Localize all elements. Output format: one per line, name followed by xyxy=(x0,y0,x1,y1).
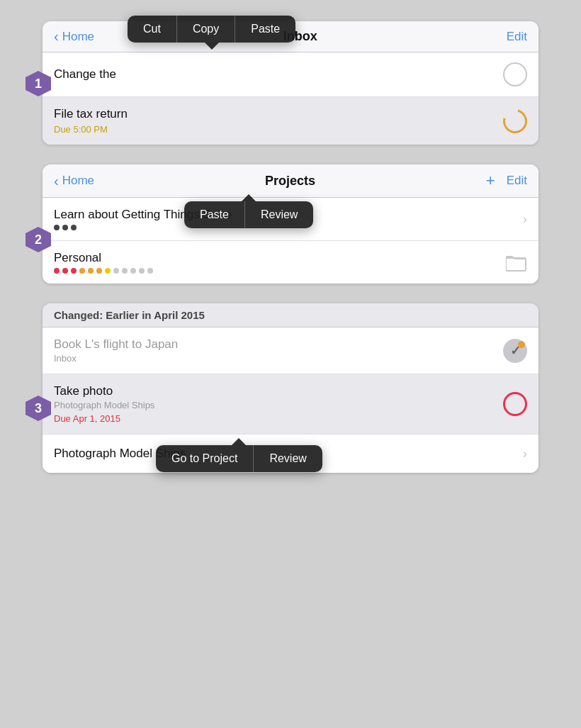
back-chevron-icon-2: ‹ xyxy=(54,173,59,189)
task-circle-2[interactable] xyxy=(499,104,531,137)
inbox-row1-text: Change the xyxy=(54,67,503,82)
inbox-row2-due: Due 5:00 PM xyxy=(54,124,128,135)
nav-title-projects: Projects xyxy=(265,174,315,189)
task-circle-3[interactable] xyxy=(503,392,527,416)
go-to-project-button[interactable]: Go to Project xyxy=(156,445,253,472)
dot-r3 xyxy=(71,268,77,274)
dot-o3 xyxy=(96,268,102,274)
projects-row2-dots xyxy=(54,268,153,274)
nav-edit-button[interactable]: Edit xyxy=(507,30,527,44)
changed-row2-due: Due Apr 1, 2015 xyxy=(54,413,154,424)
dot-o1 xyxy=(79,268,85,274)
review-button-2[interactable]: Review xyxy=(254,445,322,472)
panel-changed: Changed: Earlier in April 2015 Book L's … xyxy=(43,303,538,473)
task-circle-1[interactable] xyxy=(503,62,527,86)
nav-back-home[interactable]: ‹ Home xyxy=(54,28,94,45)
nav-back-label[interactable]: Home xyxy=(62,30,94,44)
section-header: Changed: Earlier in April 2015 xyxy=(43,303,538,327)
changed-row2-content: Take photo Photograph Model Ships Due Ap… xyxy=(54,384,154,424)
cut-copy-paste-menu: Cut Copy Paste xyxy=(128,16,295,43)
changed-row2-sub: Photograph Model Ships xyxy=(54,400,154,410)
paste-button-2[interactable]: Paste xyxy=(184,201,244,228)
nav-bar-projects: ‹ Home Projects + Edit xyxy=(43,164,538,198)
projects-row2-content: Personal xyxy=(54,251,153,274)
go-to-project-review-menu: Go to Project Review xyxy=(156,445,322,472)
dot-1 xyxy=(54,225,60,230)
review-button-1[interactable]: Review xyxy=(245,201,313,228)
panel-projects: ‹ Home Projects + Edit Learn about Getti… xyxy=(43,164,538,284)
nav-plus-button[interactable]: + xyxy=(486,172,495,190)
nav-actions-projects: + Edit xyxy=(486,172,527,190)
chevron-right-icon-1: › xyxy=(523,212,527,227)
changed-row-1[interactable]: Book L's flight to Japan Inbox ✓ xyxy=(43,327,538,374)
dot-3 xyxy=(71,225,77,230)
copy-button[interactable]: Copy xyxy=(177,16,235,43)
nav-edit-button-2[interactable]: Edit xyxy=(507,174,527,188)
dot-g5 xyxy=(147,268,153,274)
inbox-row-1[interactable]: Change the Cut Copy Paste xyxy=(43,52,538,97)
panel-inbox: ‹ Home Inbox Edit Change the Cut Copy Pa… xyxy=(43,21,538,145)
cut-button[interactable]: Cut xyxy=(128,16,176,43)
paste-button[interactable]: Paste xyxy=(235,16,295,43)
projects-row-2[interactable]: Personal Paste xyxy=(43,241,538,284)
dot-g4 xyxy=(139,268,145,274)
dot-y1 xyxy=(105,268,111,274)
projects-row2-text: Personal xyxy=(54,251,153,265)
nav-back-label-2[interactable]: Home xyxy=(62,174,94,188)
changed-row1-text: Book L's flight to Japan xyxy=(54,337,178,352)
dot-2 xyxy=(62,225,68,230)
changed-row1-sub: Inbox xyxy=(54,353,178,364)
check-circle-1[interactable]: ✓ xyxy=(503,339,527,363)
folder-icon xyxy=(506,254,527,271)
changed-row-2[interactable]: Take photo Photograph Model Ships Due Ap… xyxy=(43,374,538,435)
changed-row2-text: Take photo xyxy=(54,384,154,398)
inbox-row2-content: File tax return Due 5:00 PM xyxy=(54,107,128,135)
changed-row1-content: Book L's flight to Japan Inbox xyxy=(54,337,178,364)
checkmark-icon: ✓ xyxy=(510,343,521,359)
inbox-row-2[interactable]: File tax return Due 5:00 PM xyxy=(43,97,538,145)
nav-back-home-2[interactable]: ‹ Home xyxy=(54,173,94,189)
dot-g1 xyxy=(113,268,119,274)
dot-o2 xyxy=(88,268,94,274)
dot-r2 xyxy=(62,268,68,274)
svg-rect-0 xyxy=(506,258,526,271)
dot-r1 xyxy=(54,268,60,274)
dot-g2 xyxy=(122,268,128,274)
paste-review-menu: Paste Review xyxy=(184,201,313,228)
back-chevron-icon: ‹ xyxy=(54,28,59,45)
dot-g3 xyxy=(130,268,136,274)
chevron-right-icon-2: › xyxy=(523,447,527,461)
inbox-row2-text: File tax return xyxy=(54,107,128,121)
